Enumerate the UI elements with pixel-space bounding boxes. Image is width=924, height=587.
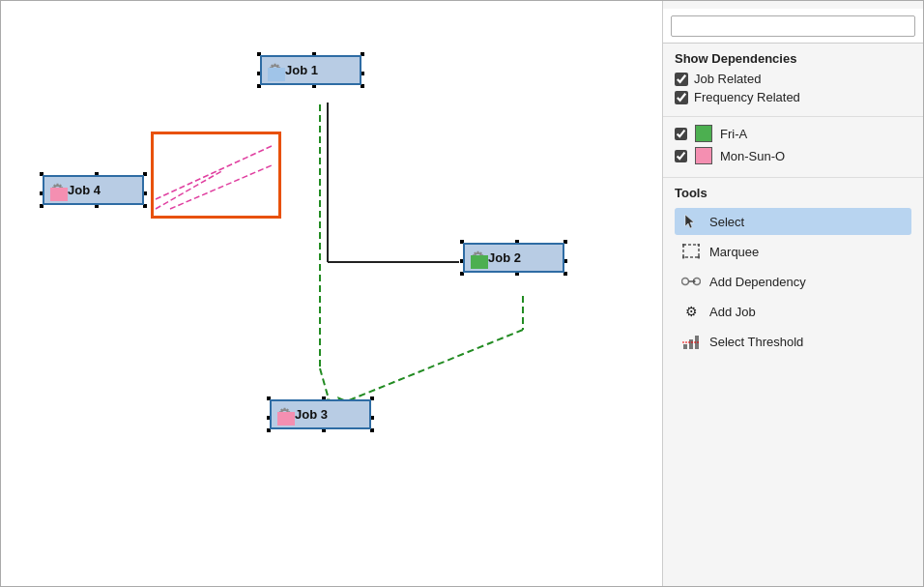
svg-line-4 [344,330,523,402]
arrows-svg [1,1,662,586]
job4-color-strip [50,188,68,201]
marquee-tool[interactable]: Marquee [675,238,911,265]
job1-color-strip [268,68,285,81]
legend-fri-color [695,125,712,142]
svg-point-18 [682,279,689,285]
frequency-related-checkbox[interactable] [675,91,688,104]
add-dependency-tool-label: Add Dependency [709,275,806,289]
search-input[interactable] [671,15,915,37]
job2-color-strip [471,255,488,269]
svg-point-14 [682,244,685,247]
select-threshold-tool-label: Select Threshold [709,335,803,349]
job1-label: Job 1 [285,63,318,77]
job2-node[interactable]: ⚙ Job 2 [463,243,564,273]
addjob-icon: ⚙ [680,301,702,322]
job3-node[interactable]: ⚙ Job 3 [270,399,371,429]
marquee-tool-label: Marquee [709,245,759,259]
job2-label: Job 2 [488,250,521,265]
job1-node-wrap: ⚙ Job 1 [260,55,361,85]
frequency-related-row: Frequency Related [675,90,911,104]
job-related-checkbox[interactable] [675,73,688,86]
legend-mon-color [695,147,712,164]
select-tool-label: Select [709,215,744,229]
add-job-tool-label: Add Job [709,305,756,319]
job3-color-strip [277,412,295,426]
legend-section: Fri-A Mon-Sun-O [663,117,923,178]
dependency-icon [680,271,702,292]
select-tool[interactable]: Select [675,208,911,235]
legend-fri-label: Fri-A [720,127,747,141]
job4-node[interactable]: ⚙ Job 4 [43,175,144,205]
job3-label: Job 3 [295,407,328,422]
legend-mon-label: Mon-Sun-O [720,149,785,163]
legend-mon-row: Mon-Sun-O [675,147,911,164]
orange-selection-box [151,132,281,219]
tools-title: Tools [675,186,911,200]
legend-fri-row: Fri-A [675,125,911,142]
marquee-icon [680,241,702,262]
search-bar-area [663,9,923,44]
job1-node[interactable]: ⚙ Job 1 [260,55,361,85]
svg-point-15 [698,244,701,247]
add-job-tool[interactable]: ⚙ Add Job [675,298,911,325]
legend-fri-checkbox[interactable] [675,128,687,140]
legend-mon-checkbox[interactable] [675,150,687,162]
frequency-related-label: Frequency Related [694,90,800,104]
svg-rect-13 [683,245,699,257]
job2-node-wrap: ⚙ Job 2 [463,243,564,273]
main-container: ⚙ Job 1 ⚙ Job 2 [0,0,924,587]
show-dependencies-title: Show Dependencies [675,51,911,66]
job-related-label: Job Related [694,72,761,86]
job-related-row: Job Related [675,72,911,86]
cursor-icon [680,211,702,232]
svg-marker-12 [685,215,694,228]
svg-rect-22 [683,344,687,349]
canvas-area[interactable]: ⚙ Job 1 ⚙ Job 2 [1,1,662,586]
job3-node-wrap: ⚙ Job 3 [270,399,371,429]
threshold-icon [680,331,702,352]
select-threshold-tool[interactable]: Select Threshold [675,328,911,355]
job4-label: Job 4 [68,183,101,197]
svg-point-16 [682,256,685,259]
job4-node-wrap: ⚙ Job 4 [43,175,144,205]
right-panel: Show Dependencies Job Related Frequency … [662,1,923,586]
svg-point-17 [698,256,701,259]
show-dependencies-section: Show Dependencies Job Related Frequency … [663,44,923,117]
svg-rect-23 [689,339,693,349]
tools-section: Tools Select [663,178,923,586]
add-dependency-tool[interactable]: Add Dependency [675,268,911,295]
